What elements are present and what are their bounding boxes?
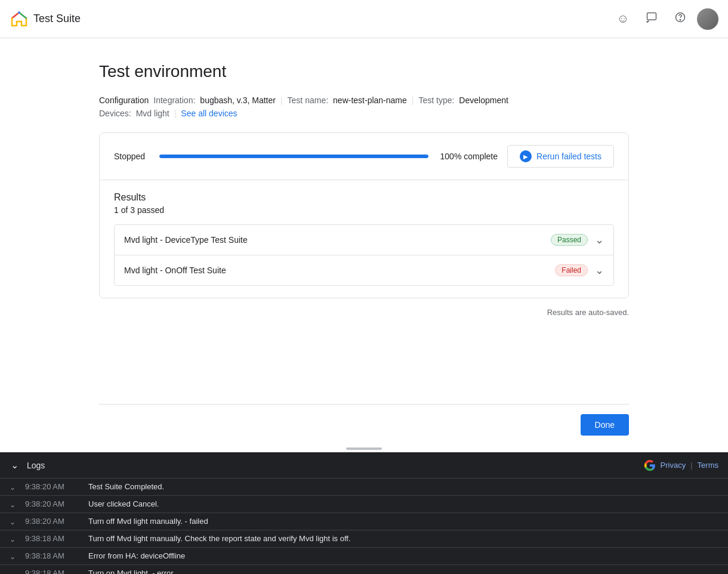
header-right: ☺ (611, 7, 718, 31)
separator-1: | (280, 95, 283, 105)
rerun-label: Rerun failed tests (536, 152, 601, 161)
integration-value: bugbash, v.3, Matter (200, 95, 276, 105)
terms-link[interactable]: Terms (698, 461, 718, 470)
integration-label: Integration: (153, 95, 195, 105)
config-row-2: Devices: Mvd light | See all devices (99, 109, 629, 118)
help-icon (674, 11, 686, 26)
logs-collapse-button[interactable]: ⌄ (10, 458, 20, 472)
log-entry: ⌄ 9:38:18 AM Turn off Mvd light manually… (0, 530, 728, 548)
rerun-failed-tests-button[interactable]: ▶ Rerun failed tests (507, 145, 614, 168)
progress-fill (159, 155, 428, 158)
chat-icon (646, 11, 658, 26)
progress-track (159, 155, 428, 158)
help-button[interactable] (668, 7, 692, 31)
logs-section: ⌄ Logs Privacy | Terms ⌄ 9:38:20 AM Test… (0, 452, 728, 574)
devices-label: Devices: (99, 109, 131, 118)
svg-point-0 (18, 11, 20, 14)
page-title: Test environment (99, 62, 629, 81)
logs-left: ⌄ Logs (10, 458, 45, 472)
test-item: Mvd light - OnOff Test Suite Failed ⌄ (115, 255, 613, 285)
log-message: Turn off Mvd light manually. - failed (88, 517, 208, 526)
log-time: 9:38:20 AM (25, 482, 79, 491)
log-message: Turn off Mvd light manually. Check the r… (88, 534, 351, 543)
log-entry: ⌄ 9:38:18 AM Turn on Mvd light. - error (0, 565, 728, 574)
test-right-1: Passed ⌄ (551, 233, 604, 246)
google-logo (644, 459, 656, 471)
config-row-1: Configuration Integration: bugbash, v.3,… (99, 95, 629, 105)
test-type-value: Development (459, 95, 508, 105)
log-message: User clicked Cancel. (88, 499, 159, 508)
status-badge-passed: Passed (551, 234, 588, 246)
progress-card: Stopped 100% complete ▶ Rerun failed tes… (99, 132, 629, 298)
expand-test-2-icon[interactable]: ⌄ (595, 264, 604, 277)
test-name-label: Test name: (288, 95, 328, 105)
main-content: Test environment Configuration Integrati… (0, 38, 728, 404)
avatar[interactable] (697, 8, 718, 30)
log-time: 9:38:18 AM (25, 551, 79, 560)
app-title: Test Suite (33, 13, 81, 25)
log-entry: ⌄ 9:38:20 AM User clicked Cancel. (0, 496, 728, 513)
scroll-thumb (346, 448, 382, 450)
auto-saved-notice: Results are auto-saved. (99, 308, 629, 317)
stopped-label: Stopped (114, 152, 150, 161)
privacy-link[interactable]: Privacy (661, 461, 686, 470)
header-left: Test Suite (10, 10, 81, 29)
log-entry: ⌄ 9:38:20 AM Test Suite Completed. (0, 479, 728, 496)
config-label: Configuration (99, 95, 149, 105)
device-name: Mvd light (136, 109, 169, 118)
test-name-1: Mvd light - DeviceType Test Suite (124, 235, 248, 245)
status-badge-failed: Failed (555, 264, 588, 276)
test-type-label: Test type: (418, 95, 454, 105)
svg-rect-1 (647, 13, 656, 20)
test-right-2: Failed ⌄ (555, 264, 604, 277)
test-item: Mvd light - DeviceType Test Suite Passed… (115, 225, 613, 255)
log-message: Test Suite Completed. (88, 482, 164, 491)
log-expand-icon[interactable]: ⌄ (10, 483, 16, 492)
scroll-indicator (0, 445, 728, 452)
logs-header: ⌄ Logs Privacy | Terms (0, 452, 728, 479)
log-time: 9:38:18 AM (25, 569, 79, 574)
log-expand-icon[interactable]: ⌄ (10, 518, 16, 526)
app-logo (10, 10, 29, 29)
log-time: 9:38:20 AM (25, 499, 79, 508)
log-entries: ⌄ 9:38:20 AM Test Suite Completed. ⌄ 9:3… (0, 479, 728, 574)
log-entry: ⌄ 9:38:18 AM Error from HA: deviceOfflin… (0, 548, 728, 565)
log-expand-icon[interactable]: ⌄ (10, 535, 16, 544)
logs-right: Privacy | Terms (644, 459, 718, 471)
separator-2: | (412, 95, 414, 105)
results-title: Results (114, 192, 614, 203)
log-expand-icon[interactable]: ⌄ (10, 570, 16, 574)
results-summary: 1 of 3 passed (114, 205, 614, 215)
app-header: Test Suite ☺ (0, 0, 728, 38)
results-section: Results 1 of 3 passed Mvd light - Device… (100, 180, 628, 298)
separator-3: | (174, 109, 177, 118)
log-expand-icon[interactable]: ⌄ (10, 501, 16, 509)
done-button[interactable]: Done (581, 414, 629, 436)
expand-test-1-icon[interactable]: ⌄ (595, 233, 604, 246)
test-name-2: Mvd light - OnOff Test Suite (124, 266, 226, 275)
logs-title: Logs (27, 461, 45, 470)
log-entry: ⌄ 9:38:20 AM Turn off Mvd light manually… (0, 513, 728, 530)
see-all-devices-link[interactable]: See all devices (181, 109, 237, 118)
test-name-value: new-test-plan-name (333, 95, 407, 105)
log-expand-icon[interactable]: ⌄ (10, 553, 16, 561)
test-list: Mvd light - DeviceType Test Suite Passed… (114, 224, 614, 286)
play-icon: ▶ (520, 150, 532, 162)
chat-button[interactable] (640, 7, 664, 31)
footer-separator: | (690, 461, 692, 470)
emoji-button[interactable]: ☺ (611, 7, 635, 31)
log-time: 9:38:20 AM (25, 517, 79, 526)
progress-percent: 100% complete (438, 152, 498, 161)
progress-bar-row: Stopped 100% complete ▶ Rerun failed tes… (100, 133, 628, 180)
emoji-icon: ☺ (617, 12, 629, 26)
chevron-down-icon: ⌄ (11, 460, 18, 470)
log-message: Error from HA: deviceOffline (88, 551, 185, 560)
done-area: Done (0, 405, 728, 445)
log-time: 9:38:18 AM (25, 534, 79, 543)
config-section: Configuration Integration: bugbash, v.3,… (99, 95, 629, 118)
log-message: Turn on Mvd light. - error (88, 569, 174, 574)
svg-point-3 (680, 20, 680, 20)
